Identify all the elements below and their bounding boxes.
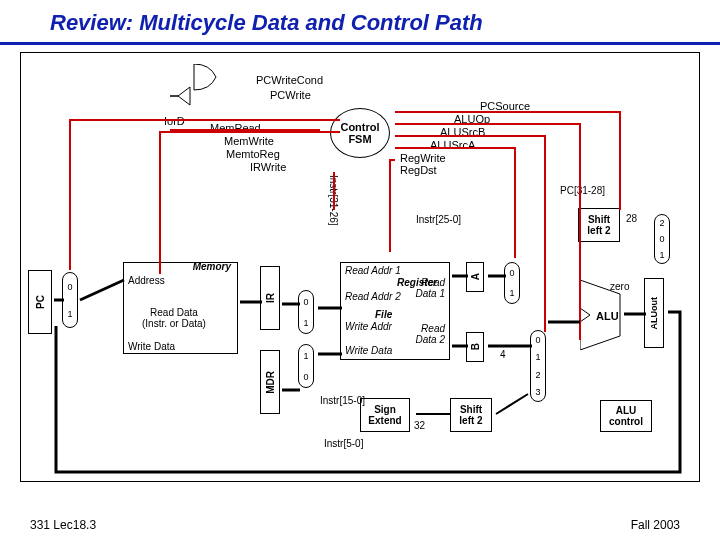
irwrite-label: IRWrite [250,161,286,173]
mux-1: 1 [303,318,308,328]
mux-1: 1 [509,288,514,298]
mux-1: 1 [67,309,72,319]
const4-label: 4 [500,349,506,360]
readdata1-label: Read Data 1 [416,277,445,299]
mux-0: 0 [303,372,308,382]
pcwrite-label: PCWrite [270,89,311,101]
aluout-block: ALUout [644,278,664,348]
shiftleft2-label-b: Shift left 2 [587,214,610,236]
pc-block: PC [28,270,52,334]
mux-1: 1 [659,250,664,260]
mux-0: 0 [659,234,664,244]
iord-mux: 0 1 [62,272,78,328]
aluout-label: ALUout [649,297,659,330]
pc3128-label: PC[31-28] [560,185,605,196]
ir-block: IR [260,266,280,330]
slide-title: Review: Multicycle Data and Control Path [50,10,483,36]
writeaddr-label: Write Addr [345,321,392,332]
memread-label: MemRead [210,122,261,134]
regfile-writedata-label: Write Data [345,345,392,356]
mux-3: 3 [535,387,540,397]
mux-0: 0 [535,335,540,345]
alusrcb-mux: 0 1 2 3 [530,330,546,402]
alusrca-label: ALUSrcA [430,139,475,151]
footer-right: Fall 2003 [631,518,680,532]
memory-readdata-label: Read Data (Instr. or Data) [142,307,206,329]
alusrcb-label: ALUSrcB [440,126,485,138]
mux-0: 0 [303,297,308,307]
memory-address-label: Address [128,275,165,286]
mux-1: 1 [535,352,540,362]
mux-2: 2 [659,218,664,228]
aluop-label: ALUOp [454,113,490,125]
readaddr1-label: Read Addr 1 [345,265,401,276]
instr50-label: Instr[5-0] [324,438,363,449]
a-register-block: A [466,262,484,292]
mdr-block: MDR [260,350,280,414]
b-register-block: B [466,332,484,362]
regdst-label: RegDst [400,164,437,176]
footer-left: 331 Lec18.3 [30,518,96,532]
readaddr2-label: Read Addr 2 [345,291,401,302]
instr250-label: Instr[25-0] [416,214,461,225]
control-fsm-block: Control FSM [330,108,390,158]
alu-control-block: ALU control [600,400,652,432]
readdata2-label: Read Data 2 [416,323,445,345]
alu-label: ALU [596,310,619,322]
pcwritecond-label: PCWriteCond [256,74,323,86]
memory-block: Memory Address Read Data (Instr. or Data… [123,262,238,354]
pcsource-label: PCSource [480,100,530,112]
instr150-label: Instr[15-0] [320,395,365,406]
memtoreg-mux: 1 0 [298,344,314,388]
mux-0: 0 [509,268,514,278]
title-underline [0,42,720,45]
memwrite-label: MemWrite [224,135,274,147]
shift-left-2-lower: Shift left 2 [450,398,492,432]
pc-label: PC [35,295,46,309]
n32-label: 32 [414,420,425,431]
b-label: B [470,343,481,350]
mdr-label: MDR [265,371,276,394]
iord-label: IorD [164,115,185,127]
shift-left-2-upper: Shift left 2 [578,208,620,242]
alu-control-label: ALU control [609,405,643,427]
sign-extend-block: Sign Extend [360,398,410,432]
alusrca-mux: 0 1 [504,262,520,304]
a-label: A [470,273,481,280]
memory-writedata-label: Write Data [128,341,175,352]
ir-label: IR [265,293,276,303]
memory-title: Memory [193,261,231,272]
memtoreg-label: MemtoReg [226,148,280,160]
file-label: File [375,309,392,320]
instr3126-label: Instr[31-26] [328,175,339,226]
register-file-block: Read Addr 1 Register Read Addr 2 File Wr… [340,262,450,360]
n28-label: 28 [626,213,637,224]
zero-label: zero [610,281,629,292]
control-fsm-label: Control FSM [340,121,379,145]
sign-extend-label: Sign Extend [368,404,401,426]
shiftleft2-label-a: Shift left 2 [459,404,482,426]
mux-0: 0 [67,282,72,292]
regwrite-label: RegWrite [400,152,446,164]
mux-1: 1 [303,351,308,361]
mux-2: 2 [535,370,540,380]
pcsource-mux: 2 0 1 [654,214,670,264]
gate-icon [170,64,240,106]
regdst-mux: 0 1 [298,290,314,334]
